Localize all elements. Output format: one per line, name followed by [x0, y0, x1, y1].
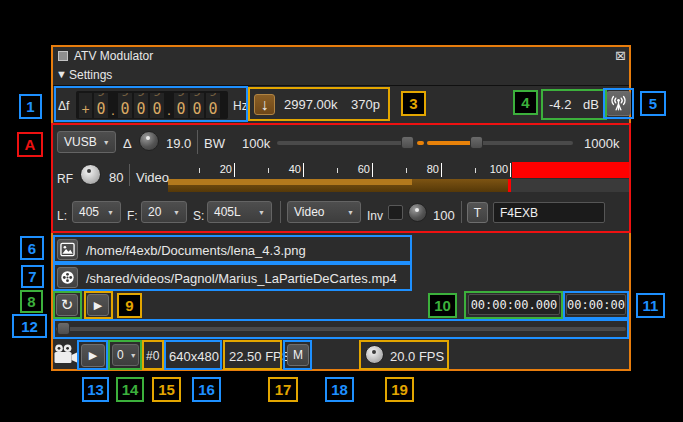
- bw-min-value: 100k: [242, 136, 270, 151]
- camera-icon: [53, 344, 78, 365]
- freq-digit[interactable]: 0: [190, 93, 204, 118]
- meter-peak-mark: [508, 179, 511, 192]
- rf-bandwidth-slider[interactable]: [277, 141, 413, 145]
- invert-label: Inv: [367, 209, 383, 223]
- freq-digit[interactable]: 0: [118, 93, 132, 118]
- chevron-down-icon: ▼: [341, 209, 354, 216]
- invert-checkbox[interactable]: [388, 205, 403, 220]
- annotation-label-7: 7: [21, 265, 44, 288]
- lines-select[interactable]: 405 ▼: [72, 201, 121, 223]
- annotation-label-10: 10: [428, 293, 457, 318]
- annotation-label-9: 9: [117, 293, 142, 318]
- open-video-button[interactable]: [57, 267, 78, 288]
- overlay-text-input[interactable]: F4EXB: [493, 202, 605, 223]
- annotation-label-19: 19: [385, 377, 414, 402]
- separator: [197, 130, 198, 154]
- modulation-select[interactable]: VUSB ▼: [57, 131, 116, 153]
- rf-bandwidth-handle[interactable]: [401, 136, 414, 149]
- tx-mute-button[interactable]: [606, 91, 631, 116]
- settings-label: Settings: [69, 68, 112, 82]
- input-source-value: Video: [294, 205, 324, 219]
- rf-bandwidth-fill: [417, 141, 424, 145]
- close-icon[interactable]: ⊠: [615, 48, 626, 63]
- meter-tick-label: 80: [427, 163, 439, 175]
- meter-major-tick: [234, 163, 235, 177]
- video-seek-handle[interactable]: [57, 322, 70, 335]
- meter-tick-label: 20: [220, 163, 232, 175]
- open-image-button[interactable]: [57, 239, 78, 260]
- chevron-down-icon: ▼: [167, 209, 180, 216]
- overlay-text-toggle-button[interactable]: T: [467, 202, 488, 223]
- annotation-label-11: 11: [636, 293, 665, 318]
- uniform-level-value: 100: [433, 208, 455, 223]
- annotation-label-14: 14: [116, 377, 144, 402]
- screenshot-root: ATV Modulator ⊠ ▼ Settings Δf + 0 . 0 0 …: [0, 0, 683, 422]
- freq-digit[interactable]: 0: [174, 93, 188, 118]
- rf-power-knob[interactable]: [80, 164, 101, 185]
- camera-index-value: 0: [117, 348, 124, 362]
- freq-digit[interactable]: 0: [150, 93, 164, 118]
- bw-max-value: 1000k: [584, 136, 619, 151]
- freq-digit[interactable]: 0: [94, 93, 108, 118]
- divider: [53, 338, 629, 339]
- lines-value: 405: [79, 205, 99, 219]
- down-arrow-icon: ↓: [261, 96, 269, 114]
- standard-value: 405L: [214, 205, 241, 219]
- chevron-down-icon: ▼: [101, 209, 114, 216]
- annotation-label-12: 12: [12, 314, 47, 338]
- chevron-down-icon: ▼: [124, 352, 137, 359]
- annotation-label-6: 6: [20, 236, 44, 260]
- separator: [129, 164, 130, 186]
- play-icon: ▶: [89, 349, 97, 362]
- freq-digit[interactable]: 0: [206, 93, 220, 118]
- annotation-label-16: 16: [192, 377, 221, 402]
- camera-play-button[interactable]: ▶: [81, 344, 105, 367]
- manual-fps-value: 20.0 FPS: [390, 349, 444, 364]
- meter-major-tick: [510, 163, 511, 177]
- channel-power-value: -4.2: [549, 97, 571, 112]
- meter-bar-level: [168, 179, 412, 185]
- video-level-meter: 20 40 60 80 100: [168, 162, 629, 193]
- film-reel-icon: [60, 270, 75, 285]
- camera-select[interactable]: 0 ▼: [112, 344, 139, 366]
- input-source-select[interactable]: Video ▼: [287, 201, 361, 223]
- play-icon: ▶: [94, 299, 102, 312]
- opposite-bandwidth-handle[interactable]: [470, 136, 483, 149]
- hz-unit-label: Hz: [233, 99, 248, 113]
- rf-power-label: RF: [57, 172, 73, 186]
- collapse-icon[interactable]: ▼: [56, 68, 67, 80]
- points-per-line: 370p: [351, 97, 380, 112]
- video-play-button[interactable]: ▶: [87, 294, 109, 316]
- frequency-dial[interactable]: + 0 . 0 0 0 . 0 0 0: [76, 91, 228, 119]
- meter-minor-tick: [199, 168, 200, 173]
- meter-major-tick: [303, 163, 304, 177]
- fm-deviation-label: Δ: [123, 136, 132, 151]
- antenna-icon: [609, 94, 628, 113]
- video-seek-slider[interactable]: [56, 327, 626, 331]
- annotation-label-5: 5: [640, 91, 666, 116]
- uniform-level-knob[interactable]: [408, 203, 427, 222]
- meter-tick-label: 60: [358, 163, 370, 175]
- meter-tick-label: 40: [289, 163, 301, 175]
- rf-power-value: 80: [109, 170, 123, 185]
- freq-digit[interactable]: 0: [134, 93, 148, 118]
- manual-fps-knob[interactable]: [365, 345, 384, 364]
- video-meter-label: Video: [136, 170, 169, 185]
- chevron-down-icon: ▼: [252, 209, 265, 216]
- manual-fps-toggle-button[interactable]: M: [287, 344, 309, 366]
- freq-sign[interactable]: +: [79, 93, 92, 118]
- fm-deviation-knob[interactable]: [139, 131, 159, 151]
- fps-value: 20: [148, 205, 161, 219]
- meter-major-tick: [372, 163, 373, 177]
- settings-bar: [53, 66, 629, 86]
- video-loop-button[interactable]: ↻: [56, 294, 78, 316]
- annotation-label-15: 15: [152, 377, 181, 402]
- annotation-label-18: 18: [325, 377, 354, 402]
- fps-select[interactable]: 20 ▼: [141, 201, 187, 223]
- meter-minor-tick: [406, 168, 407, 173]
- force-decimation-button[interactable]: ↓: [254, 94, 275, 115]
- standard-select[interactable]: 405L ▼: [207, 201, 272, 223]
- m-button-label: M: [293, 348, 303, 362]
- meter-overload-zone: [512, 162, 629, 178]
- meter-minor-tick: [268, 168, 269, 173]
